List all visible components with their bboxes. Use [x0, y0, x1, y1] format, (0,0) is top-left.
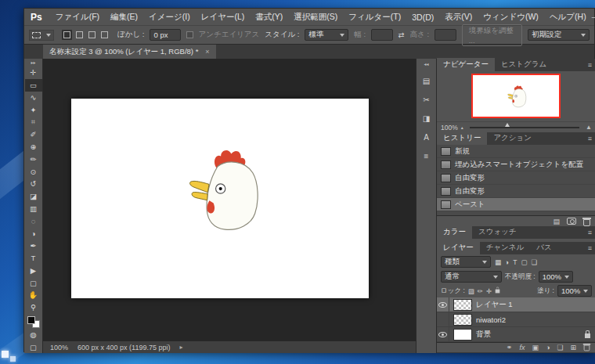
layer-mask-icon[interactable]: ▣ — [532, 344, 539, 351]
color-swatches[interactable] — [27, 316, 40, 329]
hand-tool[interactable]: ✋ — [25, 289, 42, 301]
document-tab[interactable]: 名称未設定 3 @ 100% (レイヤー 1, RGB/8) * × — [43, 45, 216, 59]
menu-layer[interactable]: レイヤー(L) — [196, 12, 251, 23]
tab-swatches[interactable]: スウォッチ — [472, 225, 523, 239]
panel-menu-icon[interactable]: ≡ — [588, 229, 592, 236]
visibility-toggle[interactable] — [437, 327, 449, 341]
new-snapshot-icon[interactable] — [567, 218, 576, 225]
subtract-selection-button[interactable] — [87, 30, 97, 40]
document-canvas[interactable] — [71, 99, 369, 298]
history-item-new[interactable]: 新規 — [437, 145, 595, 158]
crop-tool[interactable]: ⌗ — [25, 116, 42, 128]
new-group-icon[interactable]: ❏ — [557, 344, 563, 351]
menu-type[interactable]: 書式(Y) — [250, 12, 288, 23]
style-dropdown[interactable]: 標準 — [305, 29, 348, 41]
menu-3d[interactable]: 3D(D) — [406, 13, 439, 22]
opacity-dropdown[interactable]: 100% — [539, 271, 573, 283]
workspace-switcher[interactable]: 初期設定 — [528, 29, 590, 41]
menu-image[interactable]: イメージ(I) — [143, 12, 196, 23]
history-item-place-smart-object[interactable]: 埋め込みスマートオブジェクトを配置 — [437, 158, 595, 171]
menu-edit[interactable]: 編集(E) — [105, 12, 143, 23]
tab-history[interactable]: ヒストリー — [437, 132, 487, 145]
navigator-proxy-view[interactable] — [471, 74, 561, 118]
navigator-zoom-input[interactable]: 100% — [441, 124, 458, 132]
quick-mask-button[interactable]: ◍ — [25, 328, 42, 341]
close-document-icon[interactable]: × — [205, 48, 209, 56]
rectangular-marquee-tool[interactable]: ▭ — [25, 79, 42, 92]
status-popup-icon[interactable]: ▸ — [179, 344, 182, 351]
history-item-paste[interactable]: ペースト — [437, 198, 595, 211]
path-selection-tool[interactable]: ▶ — [25, 265, 42, 277]
filter-shape-layers-icon[interactable]: ▢ — [521, 258, 527, 266]
panel-menu-icon[interactable]: ≡ — [588, 61, 592, 69]
delete-state-icon[interactable] — [583, 219, 590, 226]
new-document-from-state-icon[interactable]: ▤ — [553, 218, 560, 225]
filter-smart-object-icon[interactable]: ❏ — [531, 258, 537, 266]
lock-transparency-icon[interactable]: ▨ — [468, 287, 474, 295]
taskbar-icon[interactable] — [10, 356, 16, 362]
rectangle-shape-tool[interactable]: ▢ — [25, 276, 42, 289]
new-layer-icon[interactable]: ⊞ — [570, 344, 576, 351]
history-item-free-transform-1[interactable]: 自由変形 — [437, 171, 595, 185]
menu-file[interactable]: ファイル(F) — [50, 12, 105, 23]
history-brush-tool[interactable]: ↺ — [25, 178, 42, 190]
taskbar-icon[interactable] — [2, 351, 9, 358]
tab-actions[interactable]: アクション — [487, 132, 538, 145]
foreground-color-swatch[interactable] — [27, 316, 35, 324]
zoom-slider-thumb[interactable] — [505, 123, 510, 127]
swap-dimensions-icon[interactable]: ⇄ — [398, 31, 405, 39]
menu-filter[interactable]: フィルター(T) — [343, 12, 406, 23]
menu-view[interactable]: 表示(V) — [439, 12, 478, 23]
history-item-free-transform-2[interactable]: 自由変形 — [437, 185, 595, 198]
collapsed-panel-icon[interactable]: ≡ — [424, 152, 429, 160]
type-tool[interactable]: T — [25, 252, 42, 265]
link-layers-icon[interactable]: ⚭ — [507, 344, 513, 351]
new-selection-button[interactable] — [62, 30, 72, 40]
spot-healing-brush-tool[interactable]: ⊕ — [25, 141, 42, 153]
screen-mode-button[interactable]: ▢ — [25, 341, 42, 353]
zoom-slider[interactable] — [470, 127, 579, 128]
layer-row-background[interactable]: 背景 — [437, 327, 595, 342]
panel-menu-icon[interactable]: ≡ — [588, 244, 592, 252]
filter-pixel-layers-icon[interactable]: ▦ — [495, 258, 501, 266]
expand-panels-icon[interactable]: ◂◂ — [424, 61, 428, 67]
tab-color[interactable]: カラー — [437, 225, 472, 239]
feather-input[interactable]: 0 px — [150, 29, 181, 41]
quick-selection-tool[interactable]: ✦ — [25, 103, 42, 116]
collapsed-panel-icon[interactable]: ◨ — [423, 114, 430, 123]
brush-tool[interactable]: ✏ — [25, 153, 42, 165]
move-tool[interactable]: ✛ — [25, 67, 42, 79]
layer-thumbnail[interactable] — [453, 329, 472, 341]
eyedropper-tool[interactable]: ✐ — [25, 128, 42, 141]
tools-collapse-icon[interactable]: ▸▸ — [31, 59, 35, 67]
collapsed-panel-character-icon[interactable]: A — [424, 133, 429, 142]
filter-type-layers-icon[interactable]: T — [513, 258, 517, 266]
clone-stamp-tool[interactable]: ⊙ — [25, 165, 42, 178]
antialias-checkbox[interactable] — [186, 31, 193, 38]
menu-select[interactable]: 選択範囲(S) — [288, 12, 343, 23]
layer-name[interactable]: レイヤー 1 — [476, 300, 513, 310]
layer-name[interactable]: niwatori2 — [476, 315, 506, 324]
collapsed-panel-icon[interactable]: ✂ — [423, 96, 429, 104]
pen-tool[interactable]: ✒ — [25, 240, 42, 252]
dodge-tool[interactable]: ◑ — [25, 227, 42, 240]
blend-mode-dropdown[interactable]: 通常 — [441, 271, 502, 283]
layer-name[interactable]: 背景 — [476, 330, 491, 340]
menu-help[interactable]: ヘルプ(H) — [544, 12, 592, 23]
collapsed-panel-icon[interactable]: ▤ — [423, 77, 430, 85]
tab-paths[interactable]: パス — [530, 241, 557, 254]
layer-style-icon[interactable]: fx — [519, 344, 525, 351]
minimize-button[interactable]: ─ — [592, 13, 595, 21]
layer-row-layer1[interactable]: レイヤー 1 — [437, 297, 595, 312]
zoom-level-input[interactable]: 100% — [50, 344, 68, 351]
tool-preset-picker[interactable] — [29, 30, 54, 41]
lock-all-icon[interactable] — [496, 289, 500, 293]
tab-navigator[interactable]: ナビゲーター — [437, 58, 495, 71]
eraser-tool[interactable]: ◪ — [25, 190, 42, 203]
filter-adjustment-layers-icon[interactable]: ◑ — [505, 258, 509, 266]
adjustment-layer-icon[interactable]: ◑ — [546, 344, 550, 351]
add-selection-button[interactable] — [74, 30, 85, 40]
gradient-tool[interactable]: ▥ — [25, 203, 42, 215]
lasso-tool[interactable]: ∿ — [25, 92, 42, 104]
menu-window[interactable]: ウィンドウ(W) — [478, 12, 544, 23]
